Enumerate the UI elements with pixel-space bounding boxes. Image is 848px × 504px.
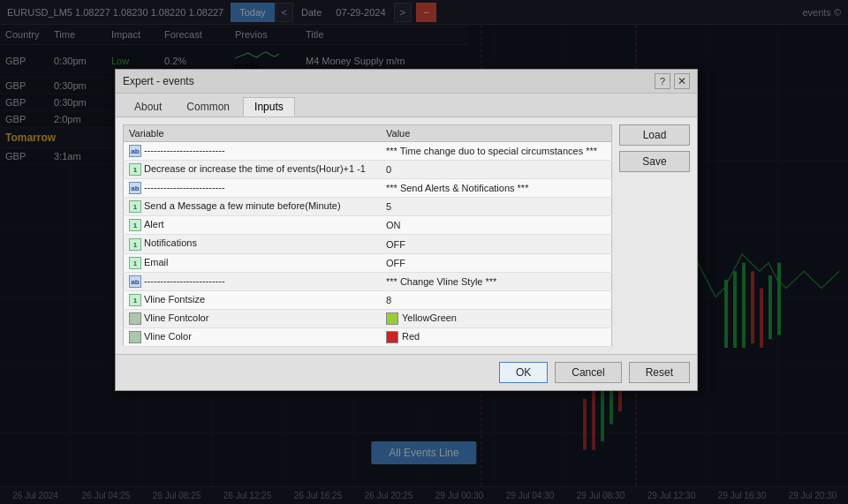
modal-body: Variable Value ab-----------------------… <box>116 117 697 354</box>
modal-tabs: About Common Inputs <box>116 94 697 117</box>
var-value: *** Time change duo to special circumsta… <box>381 142 611 161</box>
var-name: Vline Fontcolor <box>124 309 382 327</box>
var-name: ab------------------------- <box>124 272 382 290</box>
num-icon: 1 <box>129 200 141 213</box>
num-icon: 1 <box>129 219 141 231</box>
var-value: OFF <box>381 253 611 272</box>
ab-icon: ab <box>129 182 141 194</box>
var-name: 1Email <box>124 253 382 272</box>
ok-button[interactable]: OK <box>499 362 548 383</box>
cancel-button[interactable]: Cancel <box>555 362 621 383</box>
var-value: Red <box>381 327 611 346</box>
num-icon: 1 <box>129 257 141 269</box>
col-variable: Variable <box>124 125 382 142</box>
modal-title: Expert - events <box>123 75 194 87</box>
col-value: Value <box>381 125 611 142</box>
var-name: ab------------------------- <box>124 179 382 198</box>
var-value: 8 <box>381 290 611 309</box>
load-button[interactable]: Load <box>619 124 690 146</box>
table-row: ab------------------------- *** Send Ale… <box>124 179 612 198</box>
variable-table: Variable Value ab-----------------------… <box>123 124 612 347</box>
var-value: YellowGreen <box>381 309 611 327</box>
var-value: 5 <box>381 198 611 216</box>
var-name: 1Send a Message a few minute before(Minu… <box>124 198 382 216</box>
ab-icon: ab <box>129 145 141 157</box>
var-name: 1Vline Fontsize <box>124 290 382 309</box>
var-value: 0 <box>381 161 611 179</box>
tab-about[interactable]: About <box>123 97 173 117</box>
num-icon: 1 <box>129 238 141 251</box>
var-name: 1Decrease or increase the time of events… <box>124 161 382 179</box>
ab-icon: ab <box>129 275 141 288</box>
modal-titlebar: Expert - events ? ✕ <box>116 70 697 94</box>
var-name: Vline Color <box>124 327 382 346</box>
table-row: 1Notifications OFF <box>124 235 612 253</box>
color-swatch-yellowgreen <box>386 312 398 325</box>
color-swatch-red <box>386 331 398 343</box>
table-row: Vline Fontcolor YellowGreen <box>124 309 612 327</box>
table-row: 1Email OFF <box>124 253 612 272</box>
num-icon: 1 <box>129 294 141 306</box>
var-name: 1Notifications <box>124 235 382 253</box>
var-name: 1Alert <box>124 216 382 235</box>
var-value: ON <box>381 216 611 235</box>
color-icon <box>129 331 141 343</box>
modal-controls: ? ✕ <box>655 73 690 89</box>
tab-common[interactable]: Common <box>175 97 241 117</box>
var-name: ab------------------------- <box>124 142 382 161</box>
modal-dialog: Expert - events ? ✕ About Common Inputs … <box>115 69 698 391</box>
table-row: 1Vline Fontsize 8 <box>124 290 612 309</box>
table-row: ab------------------------- *** Change V… <box>124 272 612 290</box>
var-value: *** Change Vline Style *** <box>381 272 611 290</box>
table-row: 1Decrease or increase the time of events… <box>124 161 612 179</box>
modal-close-button[interactable]: ✕ <box>674 73 690 89</box>
num-icon: 1 <box>129 163 141 176</box>
modal-footer: OK Cancel Reset <box>116 354 697 390</box>
var-value: *** Send Alerts & Notifications *** <box>381 179 611 198</box>
tab-inputs[interactable]: Inputs <box>243 97 295 117</box>
table-row: 1Send a Message a few minute before(Minu… <box>124 198 612 216</box>
modal-help-button[interactable]: ? <box>655 73 670 89</box>
save-button[interactable]: Save <box>619 151 690 172</box>
reset-button[interactable]: Reset <box>629 362 690 383</box>
table-row: Vline Color Red <box>124 327 612 346</box>
table-row: 1Alert ON <box>124 216 612 235</box>
color-icon <box>129 312 141 325</box>
var-value: OFF <box>381 235 611 253</box>
table-row: ab------------------------- *** Time cha… <box>124 142 612 161</box>
